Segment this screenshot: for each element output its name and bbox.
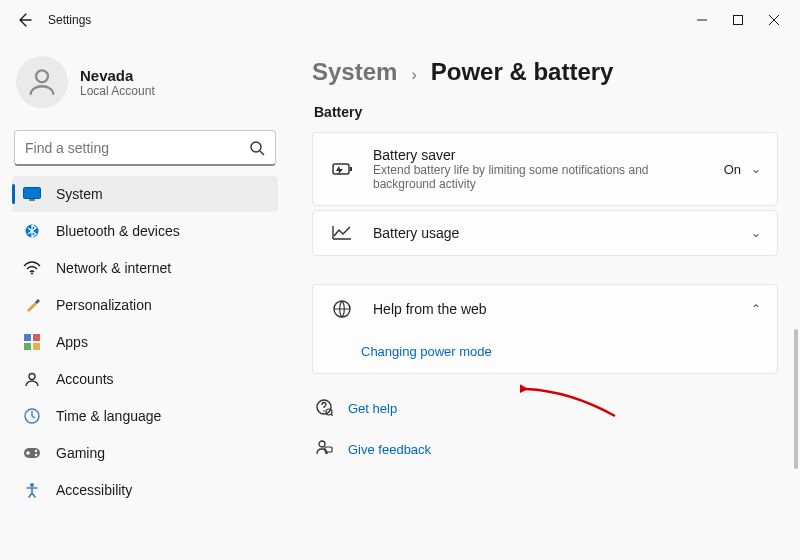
svg-rect-7 [24, 334, 31, 341]
sidebar-item-label: Time & language [56, 408, 161, 424]
scrollbar-thumb[interactable] [794, 329, 798, 469]
svg-point-21 [323, 410, 325, 412]
card-title: Battery saver [373, 147, 724, 163]
svg-point-16 [30, 483, 34, 487]
battery-saver-value: On [724, 162, 741, 177]
gaming-icon [22, 443, 42, 463]
card-help-from-web[interactable]: Help from the web ⌃ [312, 284, 778, 334]
sidebar-item-label: Bluetooth & devices [56, 223, 180, 239]
sidebar-item-system[interactable]: System [12, 176, 278, 212]
sidebar-item-accessibility[interactable]: Accessibility [12, 472, 278, 508]
card-subtitle: Extend battery life by limiting some not… [373, 163, 693, 191]
card-battery-usage[interactable]: Battery usage ⌄ [312, 210, 778, 256]
profile-account-type: Local Account [80, 84, 155, 98]
feedback-icon [314, 439, 334, 460]
breadcrumb: System › Power & battery [312, 58, 778, 86]
svg-rect-0 [734, 16, 743, 25]
arrow-left-icon [16, 12, 32, 28]
nav-list: System Bluetooth & devices Network & int… [12, 176, 278, 508]
sidebar-item-apps[interactable]: Apps [12, 324, 278, 360]
search-box[interactable] [14, 130, 276, 166]
sidebar-item-label: Personalization [56, 297, 152, 313]
sidebar-item-label: Accessibility [56, 482, 132, 498]
sidebar-item-label: System [56, 186, 103, 202]
card-title: Help from the web [373, 301, 751, 317]
minimize-button[interactable] [684, 5, 720, 35]
svg-rect-4 [29, 199, 35, 201]
card-battery-saver[interactable]: Battery saver Extend battery life by lim… [312, 132, 778, 206]
svg-rect-3 [24, 188, 41, 199]
svg-point-1 [36, 70, 48, 82]
search-icon [249, 140, 265, 156]
profile-block[interactable]: Nevada Local Account [12, 48, 278, 124]
accounts-icon [22, 369, 42, 389]
chart-icon [329, 225, 355, 241]
globe-icon [329, 299, 355, 319]
chevron-down-icon: ⌄ [751, 226, 761, 240]
sidebar-item-label: Apps [56, 334, 88, 350]
link-label: Give feedback [348, 442, 431, 457]
sidebar-item-network[interactable]: Network & internet [12, 250, 278, 286]
avatar [16, 56, 68, 108]
svg-rect-8 [33, 334, 40, 341]
svg-rect-9 [24, 343, 31, 350]
link-label: Get help [348, 401, 397, 416]
card-title: Battery usage [373, 225, 751, 241]
sidebar-item-accounts[interactable]: Accounts [12, 361, 278, 397]
svg-point-2 [251, 142, 261, 152]
svg-point-11 [29, 374, 35, 380]
search-input[interactable] [25, 140, 249, 156]
sidebar-item-label: Network & internet [56, 260, 171, 276]
chevron-down-icon: ⌄ [751, 162, 761, 176]
person-icon [25, 65, 59, 99]
help-link-changing-power-mode[interactable]: Changing power mode [312, 330, 778, 374]
svg-point-6 [31, 273, 33, 275]
help-icon [314, 398, 334, 419]
svg-point-14 [35, 450, 37, 452]
sidebar-item-personalization[interactable]: Personalization [12, 287, 278, 323]
close-button[interactable] [756, 5, 792, 35]
content-pane: System › Power & battery Battery Battery… [290, 40, 800, 560]
window-title: Settings [48, 13, 91, 27]
bluetooth-icon [22, 221, 42, 241]
display-icon [22, 184, 42, 204]
section-header-battery: Battery [314, 104, 778, 120]
accessibility-icon [22, 480, 42, 500]
titlebar: Settings [0, 0, 800, 40]
profile-name: Nevada [80, 67, 155, 84]
chevron-up-icon: ⌃ [751, 302, 761, 316]
sidebar-item-bluetooth[interactable]: Bluetooth & devices [12, 213, 278, 249]
sidebar-item-gaming[interactable]: Gaming [12, 435, 278, 471]
apps-icon [22, 332, 42, 352]
wifi-icon [22, 258, 42, 278]
paintbrush-icon [22, 295, 42, 315]
globe-clock-icon [22, 406, 42, 426]
svg-rect-10 [33, 343, 40, 350]
maximize-button[interactable] [720, 5, 756, 35]
window-controls [684, 5, 792, 35]
sidebar-item-label: Gaming [56, 445, 105, 461]
get-help-link[interactable]: Get help [312, 388, 778, 429]
battery-saver-icon [329, 162, 355, 176]
svg-point-15 [35, 454, 37, 456]
svg-rect-18 [350, 167, 352, 171]
page-title: Power & battery [431, 58, 614, 86]
give-feedback-link[interactable]: Give feedback [312, 429, 778, 470]
back-button[interactable] [8, 4, 40, 36]
sidebar: Nevada Local Account System Bluetooth & … [0, 40, 290, 560]
sidebar-item-label: Accounts [56, 371, 114, 387]
sidebar-item-time-language[interactable]: Time & language [12, 398, 278, 434]
svg-point-23 [319, 441, 325, 447]
scrollbar[interactable] [794, 90, 798, 550]
breadcrumb-parent[interactable]: System [312, 58, 397, 86]
chevron-right-icon: › [411, 66, 416, 84]
